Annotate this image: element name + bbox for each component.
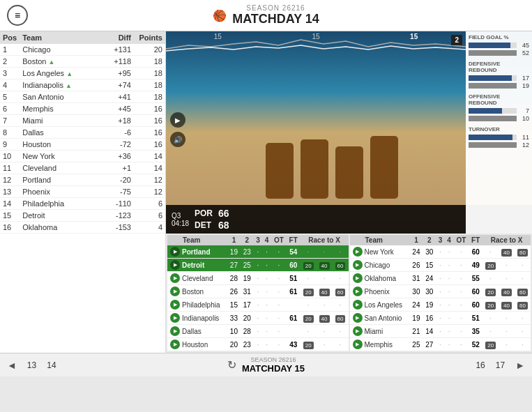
page-16[interactable]: 16 — [476, 360, 485, 370]
score-teams: POR 66 DET 68 — [195, 208, 236, 231]
table-row: 16 — [0, 222, 20, 234]
next-arrow[interactable]: ► — [515, 360, 525, 371]
play-team-button[interactable]: ▶ — [170, 339, 180, 349]
play-team-button[interactable]: ▶ — [170, 313, 180, 323]
play-team-button[interactable]: ▶ — [353, 300, 363, 310]
table-row: 13 — [0, 186, 20, 198]
field-goal-section: FIELD GOAL % 45 52 — [469, 34, 529, 56]
col-points: Points — [134, 31, 165, 44]
list-item: ▶ Detroit — [167, 259, 227, 272]
list-item: ▶ Houston — [167, 338, 227, 351]
standings-panel: Pos Team Diff Points 1 Chicago +131 20 2… — [0, 31, 166, 353]
period-markers: 15 15 15 — [166, 31, 466, 42]
right-table: Team 1 2 3 4 OT FT Race to X — [350, 235, 531, 351]
play-team-button[interactable]: ▶ — [353, 260, 363, 270]
stats-panel: FIELD GOAL % 45 52 DEFENSIVE REBOUND — [466, 31, 532, 234]
menu-icon[interactable]: ≡ — [7, 5, 28, 26]
header-title: SEASON 26216 MATCHDAY 14 — [232, 4, 319, 26]
left-table: Team 1 2 3 4 OT FT Race to X — [167, 235, 349, 351]
list-item: ▶ San Antonio — [350, 312, 410, 325]
left-col-race: Race to X — [301, 235, 349, 245]
table-row: 11 — [0, 162, 20, 174]
quarter-time: Q3 04:18 — [172, 212, 189, 227]
page-14[interactable]: 14 — [47, 360, 56, 370]
list-item: ▶ New York — [350, 245, 410, 259]
table-row: 15 — [0, 210, 20, 222]
left-col-1: 1 — [227, 235, 241, 245]
content-area: Pos Team Diff Points 1 Chicago +131 20 2… — [0, 31, 532, 353]
list-item: ▶ Phoenix — [350, 285, 410, 298]
play-team-button[interactable]: ▶ — [170, 247, 180, 257]
game-video: 15 15 15 ▶ 🔊 — [166, 31, 532, 234]
right-col-ot: OT — [453, 235, 469, 245]
right-col-ft: FT — [469, 235, 482, 245]
col-pos: Pos — [0, 31, 20, 44]
refresh-icon[interactable]: ↻ — [227, 358, 236, 372]
col-team: Team — [20, 31, 106, 44]
play-team-button[interactable]: ▶ — [353, 287, 363, 296]
mini-score-box: 2 — [451, 35, 462, 45]
prev-arrow[interactable]: ◄ — [7, 360, 17, 371]
list-item: ▶ Cleveland — [167, 272, 227, 285]
def-rebound-section: DEFENSIVE REBOUND 17 19 — [469, 61, 529, 89]
table-row: 9 — [0, 139, 20, 151]
right-col-team: Team — [350, 235, 410, 245]
list-item: ▶ Oklahoma — [350, 272, 410, 285]
left-col-team: Team — [167, 235, 227, 245]
play-team-button[interactable]: ▶ — [353, 247, 363, 257]
col-diff: Diff — [106, 31, 134, 44]
header: ≡ 🏀 SEASON 26216 MATCHDAY 14 — [0, 0, 532, 31]
play-team-button[interactable]: ▶ — [170, 326, 180, 336]
left-col-2: 2 — [241, 235, 254, 245]
sound-button[interactable]: 🔊 — [170, 132, 185, 147]
list-item: ▶ Portland — [167, 245, 227, 259]
main-container: ≡ 🏀 SEASON 26216 MATCHDAY 14 Pos Team Di… — [0, 0, 532, 376]
score-row-por: POR 66 — [195, 208, 236, 219]
table-row: 1 — [0, 44, 20, 56]
list-item: ▶ Dallas — [167, 325, 227, 338]
play-button[interactable]: ▶ — [170, 112, 185, 128]
play-team-button[interactable]: ▶ — [353, 313, 363, 323]
control-buttons: ▶ 🔊 — [170, 112, 185, 147]
footer-right-nav: 16 17 ► — [476, 360, 525, 371]
table-row: 6 — [0, 103, 20, 115]
footer-left-nav: ◄ 13 14 — [7, 360, 56, 371]
list-item: ▶ Indianapolis — [167, 312, 227, 325]
header-title-area: 🏀 SEASON 26216 MATCHDAY 14 — [213, 4, 319, 26]
play-team-button[interactable]: ▶ — [170, 273, 180, 283]
table-row: 2 — [0, 56, 20, 68]
page-13[interactable]: 13 — [27, 360, 36, 370]
left-scores-table: Team 1 2 3 4 OT FT Race to X — [167, 235, 349, 351]
play-team-button[interactable]: ▶ — [353, 273, 363, 283]
right-col-race: Race to X — [482, 235, 531, 245]
list-item: ▶ Miami — [350, 325, 410, 338]
footer: ◄ 13 14 ↻ SEASON 26216 MATCHDAY 15 16 17… — [0, 353, 532, 376]
table-row: 3 — [0, 68, 20, 79]
list-item: ▶ Boston — [167, 285, 227, 298]
play-team-button[interactable]: ▶ — [170, 300, 180, 310]
table-row: 10 — [0, 151, 20, 162]
table-row: 7 — [0, 115, 20, 127]
game-area: 15 15 15 ▶ 🔊 — [166, 31, 532, 353]
table-row: 8 — [0, 127, 20, 139]
footer-center: ↻ SEASON 26216 MATCHDAY 15 — [227, 356, 305, 374]
list-item: ▶ Chicago — [350, 259, 410, 272]
table-row: 12 — [0, 174, 20, 186]
basketball-icon: 🏀 — [213, 9, 227, 22]
right-col-2: 2 — [423, 235, 436, 245]
standings-table: Pos Team Diff Points 1 Chicago +131 20 2… — [0, 31, 165, 234]
play-team-button[interactable]: ▶ — [353, 326, 363, 336]
play-team-button[interactable]: ▶ — [353, 339, 363, 349]
page-17[interactable]: 17 — [496, 360, 505, 370]
right-col-3: 3 — [436, 235, 445, 245]
left-col-3: 3 — [254, 235, 263, 245]
table-row: 14 — [0, 198, 20, 210]
play-team-button[interactable]: ▶ — [170, 260, 180, 270]
list-item: ▶ Los Angeles — [350, 298, 410, 312]
play-team-button[interactable]: ▶ — [170, 287, 180, 296]
list-item: ▶ Memphis — [350, 338, 410, 351]
table-row: 4 — [0, 79, 20, 91]
list-item: ▶ Philadelphia — [167, 298, 227, 312]
left-col-4: 4 — [262, 235, 271, 245]
left-col-ot: OT — [271, 235, 287, 245]
